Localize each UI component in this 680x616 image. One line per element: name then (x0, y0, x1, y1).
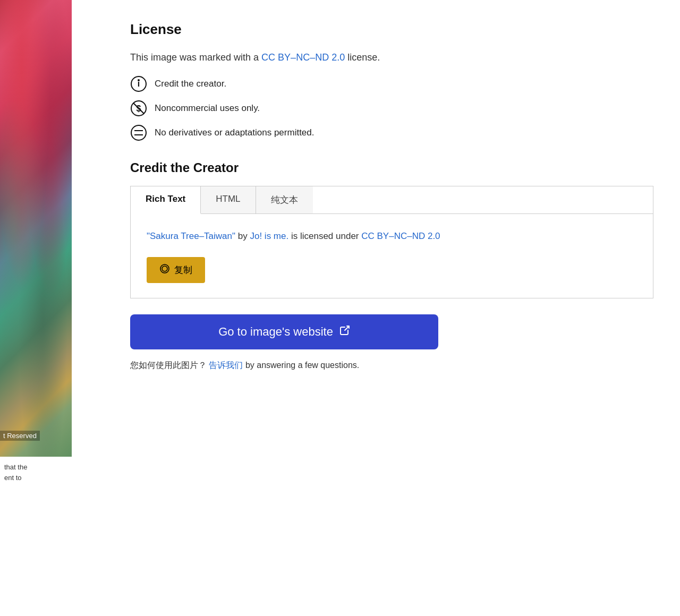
external-link-icon (339, 325, 350, 338)
copy-button-label: 复制 (174, 264, 192, 276)
tab-rich-text[interactable]: Rich Text (131, 186, 201, 214)
rich-text-by: by (235, 231, 250, 241)
tab-html[interactable]: HTML (201, 186, 256, 213)
license-item-nd: No derivatives or adaptations permitted. (130, 124, 653, 141)
tabs-container: Rich Text HTML 纯文本 "Sakura Tree–Taiwan" … (130, 186, 653, 298)
usage-suffix-text: by answering a few questions. (245, 361, 359, 370)
license-intro: This image was marked with a CC BY–NC–ND… (130, 50, 653, 65)
svg-point-2 (138, 79, 140, 81)
svg-point-10 (162, 266, 167, 271)
usage-question-text: 您如何使用此图片？ 告诉我们 by answering a few questi… (130, 360, 653, 371)
left-text-line2: ent to (4, 473, 67, 483)
license-intro-end: license. (347, 52, 380, 63)
license-link-2[interactable]: CC BY–NC–ND 2.0 (361, 231, 440, 241)
rich-text-middle: is licensed under (288, 231, 361, 241)
copy-button[interactable]: 复制 (147, 257, 205, 283)
image-title-link[interactable]: "Sakura Tree–Taiwan" (147, 231, 235, 241)
photo-thumbnail: t Reserved (0, 0, 72, 457)
author-link[interactable]: Jo! is me. (250, 231, 288, 241)
cc-license-link[interactable]: CC BY–NC–ND 2.0 (261, 52, 345, 63)
rich-text-body: "Sakura Tree–Taiwan" by Jo! is me. is li… (147, 229, 637, 244)
tab-content-rich-text: "Sakura Tree–Taiwan" by Jo! is me. is li… (131, 214, 653, 298)
license-items-list: i Credit the creator. $ Noncommercial us… (130, 75, 653, 141)
nd-icon (130, 124, 147, 141)
tell-us-link[interactable]: 告诉我们 (209, 361, 243, 370)
nd-label: No derivatives or adaptations permitted. (155, 127, 314, 138)
svg-point-6 (131, 125, 146, 140)
reserved-text: t Reserved (0, 431, 40, 441)
license-title: License (130, 21, 653, 38)
usage-question-label: 您如何使用此图片？ (130, 361, 207, 370)
go-to-website-label: Go to image's website (218, 325, 333, 339)
copy-icon (159, 263, 170, 277)
nc-icon: $ (130, 100, 147, 117)
credit-creator-title: Credit the Creator (130, 160, 653, 175)
tabs-header: Rich Text HTML 纯文本 (131, 186, 653, 214)
left-panel: t Reserved that the ent to (0, 0, 72, 616)
tab-plain-text[interactable]: 纯文本 (256, 186, 313, 213)
license-item-by: i Credit the creator. (130, 75, 653, 92)
by-label: Credit the creator. (155, 79, 226, 89)
left-text-line1: that the (4, 462, 67, 473)
left-bottom-caption: that the ent to (0, 457, 72, 488)
nc-label: Noncommercial uses only. (155, 103, 260, 114)
license-intro-text: This image was marked with a (130, 52, 259, 63)
license-item-nc: $ Noncommercial uses only. (130, 100, 653, 117)
by-icon: i (130, 75, 147, 92)
go-to-website-button[interactable]: Go to image's website (130, 314, 438, 349)
main-content: License This image was marked with a CC … (72, 0, 680, 616)
